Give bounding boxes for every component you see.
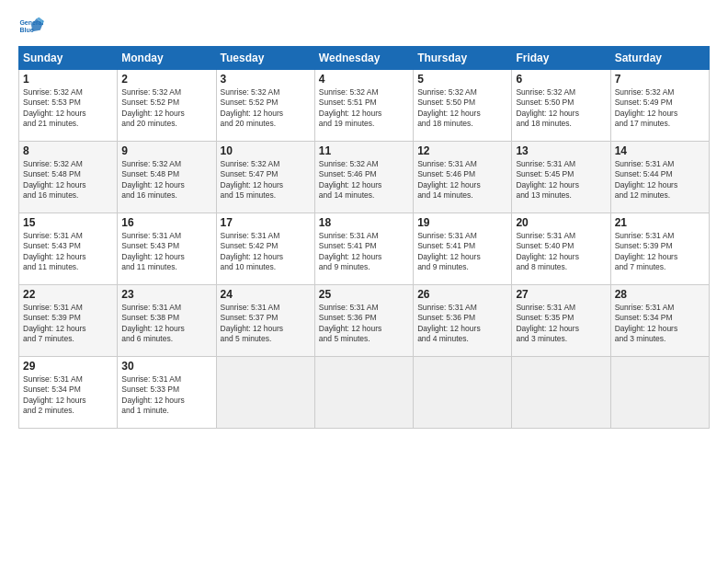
cell-info: Sunrise: 5:31 AM Sunset: 5:39 PM Dayligh… (23, 303, 113, 345)
calendar-cell: 16Sunrise: 5:31 AM Sunset: 5:43 PM Dayli… (118, 213, 216, 285)
day-number: 18 (319, 216, 409, 229)
cell-info: Sunrise: 5:32 AM Sunset: 5:51 PM Dayligh… (319, 87, 409, 130)
cell-info: Sunrise: 5:31 AM Sunset: 5:42 PM Dayligh… (221, 231, 311, 273)
day-number: 23 (121, 288, 211, 301)
calendar-cell: 13Sunrise: 5:31 AM Sunset: 5:45 PM Dayli… (512, 142, 610, 213)
calendar-cell: 5Sunrise: 5:32 AM Sunset: 5:50 PM Daylig… (414, 70, 512, 142)
day-number: 9 (121, 144, 211, 157)
day-number: 29 (23, 360, 113, 373)
cell-info: Sunrise: 5:31 AM Sunset: 5:46 PM Dayligh… (417, 159, 507, 201)
calendar-cell: 9Sunrise: 5:32 AM Sunset: 5:48 PM Daylig… (118, 142, 216, 213)
calendar-cell: 26Sunrise: 5:31 AM Sunset: 5:36 PM Dayli… (414, 285, 512, 357)
cell-info: Sunrise: 5:31 AM Sunset: 5:40 PM Dayligh… (516, 231, 606, 273)
day-number: 20 (516, 216, 606, 229)
calendar-cell: 29Sunrise: 5:31 AM Sunset: 5:34 PM Dayli… (19, 357, 118, 429)
calendar-cell: 21Sunrise: 5:31 AM Sunset: 5:39 PM Dayli… (610, 213, 709, 285)
day-number: 4 (319, 73, 409, 86)
weekday-friday: Friday (512, 47, 610, 70)
calendar-cell: 6Sunrise: 5:32 AM Sunset: 5:50 PM Daylig… (512, 70, 610, 142)
day-number: 10 (221, 144, 311, 157)
logo-icon: General Blue (18, 15, 44, 40)
cell-info: Sunrise: 5:32 AM Sunset: 5:46 PM Dayligh… (319, 159, 409, 201)
cell-info: Sunrise: 5:31 AM Sunset: 5:43 PM Dayligh… (23, 231, 113, 273)
cell-info: Sunrise: 5:32 AM Sunset: 5:48 PM Dayligh… (121, 159, 211, 201)
day-number: 11 (319, 144, 409, 157)
calendar-cell: 8Sunrise: 5:32 AM Sunset: 5:48 PM Daylig… (19, 142, 118, 213)
calendar-cell: 2Sunrise: 5:32 AM Sunset: 5:52 PM Daylig… (118, 70, 216, 142)
day-number: 7 (615, 73, 705, 86)
cell-info: Sunrise: 5:32 AM Sunset: 5:52 PM Dayligh… (221, 87, 311, 130)
calendar-cell: 15Sunrise: 5:31 AM Sunset: 5:43 PM Dayli… (19, 213, 118, 285)
calendar-cell: 20Sunrise: 5:31 AM Sunset: 5:40 PM Dayli… (512, 213, 610, 285)
day-number: 21 (615, 216, 705, 229)
calendar-cell: 19Sunrise: 5:31 AM Sunset: 5:41 PM Dayli… (414, 213, 512, 285)
calendar-cell: 7Sunrise: 5:32 AM Sunset: 5:49 PM Daylig… (610, 70, 709, 142)
day-number: 17 (221, 216, 311, 229)
svg-text:Blue: Blue (19, 27, 33, 33)
day-number: 15 (23, 216, 113, 229)
cell-info: Sunrise: 5:32 AM Sunset: 5:49 PM Dayligh… (615, 87, 705, 130)
calendar-cell: 27Sunrise: 5:31 AM Sunset: 5:35 PM Dayli… (512, 285, 610, 357)
day-number: 22 (23, 288, 113, 301)
weekday-thursday: Thursday (414, 47, 512, 70)
cell-info: Sunrise: 5:31 AM Sunset: 5:39 PM Dayligh… (615, 231, 705, 273)
cell-info: Sunrise: 5:31 AM Sunset: 5:37 PM Dayligh… (221, 303, 311, 345)
cell-info: Sunrise: 5:32 AM Sunset: 5:53 PM Dayligh… (23, 87, 113, 130)
day-number: 6 (516, 73, 606, 86)
cell-info: Sunrise: 5:31 AM Sunset: 5:38 PM Dayligh… (121, 303, 211, 345)
calendar-cell (216, 357, 314, 429)
day-number: 12 (417, 144, 507, 157)
calendar-cell: 25Sunrise: 5:31 AM Sunset: 5:36 PM Dayli… (314, 285, 413, 357)
day-number: 14 (615, 144, 705, 157)
weekday-tuesday: Tuesday (216, 47, 314, 70)
calendar-cell (512, 357, 610, 429)
weekday-monday: Monday (118, 47, 216, 70)
calendar-cell: 4Sunrise: 5:32 AM Sunset: 5:51 PM Daylig… (314, 70, 413, 142)
day-number: 19 (417, 216, 507, 229)
day-number: 30 (121, 360, 211, 373)
cell-info: Sunrise: 5:31 AM Sunset: 5:41 PM Dayligh… (319, 231, 409, 273)
calendar-cell (314, 357, 413, 429)
cell-info: Sunrise: 5:32 AM Sunset: 5:50 PM Dayligh… (417, 87, 507, 130)
cell-info: Sunrise: 5:31 AM Sunset: 5:33 PM Dayligh… (121, 374, 211, 417)
weekday-saturday: Saturday (610, 47, 709, 70)
day-number: 2 (121, 73, 211, 86)
calendar-cell (414, 357, 512, 429)
cell-info: Sunrise: 5:32 AM Sunset: 5:50 PM Dayligh… (516, 87, 606, 130)
calendar-cell: 28Sunrise: 5:31 AM Sunset: 5:34 PM Dayli… (610, 285, 709, 357)
calendar-cell: 10Sunrise: 5:32 AM Sunset: 5:47 PM Dayli… (216, 142, 314, 213)
calendar-cell: 11Sunrise: 5:32 AM Sunset: 5:46 PM Dayli… (314, 142, 413, 213)
cell-info: Sunrise: 5:31 AM Sunset: 5:43 PM Dayligh… (121, 231, 211, 273)
day-number: 27 (516, 288, 606, 301)
day-number: 28 (615, 288, 705, 301)
week-row-1: 1Sunrise: 5:32 AM Sunset: 5:53 PM Daylig… (19, 70, 710, 142)
calendar-cell: 23Sunrise: 5:31 AM Sunset: 5:38 PM Dayli… (118, 285, 216, 357)
week-row-5: 29Sunrise: 5:31 AM Sunset: 5:34 PM Dayli… (19, 357, 710, 429)
week-row-3: 15Sunrise: 5:31 AM Sunset: 5:43 PM Dayli… (19, 213, 710, 285)
week-row-2: 8Sunrise: 5:32 AM Sunset: 5:48 PM Daylig… (19, 142, 710, 213)
weekday-wednesday: Wednesday (314, 47, 413, 70)
calendar-cell: 24Sunrise: 5:31 AM Sunset: 5:37 PM Dayli… (216, 285, 314, 357)
calendar-cell: 30Sunrise: 5:31 AM Sunset: 5:33 PM Dayli… (118, 357, 216, 429)
day-number: 13 (516, 144, 606, 157)
cell-info: Sunrise: 5:31 AM Sunset: 5:36 PM Dayligh… (319, 303, 409, 345)
weekday-sunday: Sunday (19, 47, 118, 70)
calendar-cell: 18Sunrise: 5:31 AM Sunset: 5:41 PM Dayli… (314, 213, 413, 285)
day-number: 25 (319, 288, 409, 301)
day-number: 1 (23, 73, 113, 86)
cell-info: Sunrise: 5:32 AM Sunset: 5:52 PM Dayligh… (121, 87, 211, 130)
cell-info: Sunrise: 5:31 AM Sunset: 5:45 PM Dayligh… (516, 159, 606, 201)
calendar-cell: 1Sunrise: 5:32 AM Sunset: 5:53 PM Daylig… (19, 70, 118, 142)
calendar-cell: 12Sunrise: 5:31 AM Sunset: 5:46 PM Dayli… (414, 142, 512, 213)
calendar-cell: 14Sunrise: 5:31 AM Sunset: 5:44 PM Dayli… (610, 142, 709, 213)
day-number: 26 (417, 288, 507, 301)
day-number: 24 (221, 288, 311, 301)
calendar-table: SundayMondayTuesdayWednesdayThursdayFrid… (18, 46, 710, 429)
calendar-cell: 3Sunrise: 5:32 AM Sunset: 5:52 PM Daylig… (216, 70, 314, 142)
page-header: General Blue (18, 15, 710, 40)
cell-info: Sunrise: 5:31 AM Sunset: 5:44 PM Dayligh… (615, 159, 705, 201)
day-number: 16 (121, 216, 211, 229)
cell-info: Sunrise: 5:31 AM Sunset: 5:34 PM Dayligh… (615, 303, 705, 345)
calendar-cell: 17Sunrise: 5:31 AM Sunset: 5:42 PM Dayli… (216, 213, 314, 285)
cell-info: Sunrise: 5:32 AM Sunset: 5:48 PM Dayligh… (23, 159, 113, 201)
